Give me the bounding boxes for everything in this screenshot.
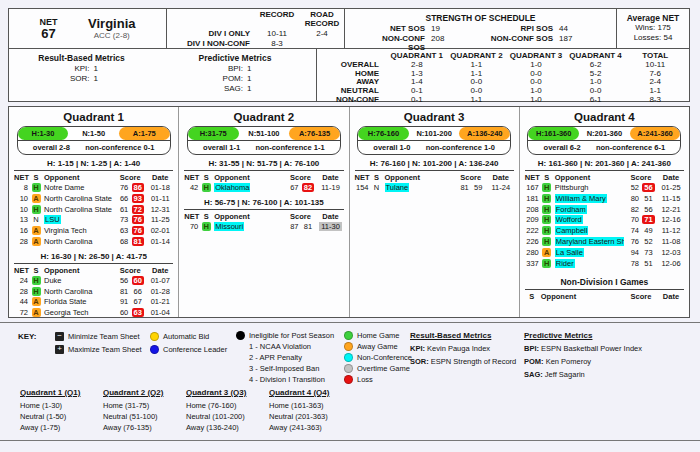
road-record-col-header: ROAD RECORD	[299, 10, 345, 28]
group-range-header: H: 76-160 | N: 101-200 | A: 136-240	[355, 159, 514, 168]
home-range-pill: H:1-30	[18, 127, 69, 140]
team-identity-cell: NET 67 Virginia ACC (2-8)	[9, 9, 167, 48]
opponent-col-header: Opponent	[212, 211, 283, 222]
opponent-col-header: Opponent	[553, 172, 624, 183]
site-badge: A	[32, 194, 41, 203]
game-table-header: NETSOpponentScoreDate	[14, 265, 173, 276]
conference-record: ACC (2-8)	[88, 31, 135, 41]
opponent-name[interactable]: Missouri	[214, 222, 244, 231]
opponent-name[interactable]: LSU	[44, 215, 61, 224]
opponent-name[interactable]: Notre Dame	[44, 183, 84, 192]
score-col-header: Score	[284, 211, 318, 222]
team-score: 81	[454, 183, 469, 194]
opponent-name[interactable]: Tulane	[385, 183, 410, 192]
group-range-header: H: 1-15 | N: 1-25 | A: 1-40	[14, 159, 173, 168]
opponent-name[interactable]: North Carolina State	[44, 194, 112, 203]
metric-name: Kevin Pauga Index	[425, 344, 490, 353]
date-col-header: Date	[658, 172, 684, 183]
opponent-score: 81	[304, 222, 312, 231]
game-row: 16AVirginia Tech637602-01	[14, 226, 173, 237]
opponent-name[interactable]: Pittsburgh	[555, 183, 589, 192]
game-date: 11-25	[151, 215, 170, 224]
metric-name: ESPN Strength of Record	[429, 357, 517, 366]
game-row: 222HCampbell744911-12	[525, 226, 684, 237]
site-badge: H	[542, 183, 551, 192]
metric-definition: SAG: Jeff Sagarin	[524, 369, 642, 382]
game-table: NETSOpponentScoreDate167HPittsburgh52560…	[525, 170, 684, 269]
score-col-header: Score	[624, 172, 658, 183]
opponent-net-rank: 10	[14, 205, 30, 216]
net-rank-value: 67	[40, 27, 58, 41]
net-sos-label: NET SOS	[365, 24, 431, 33]
team-score: 87	[284, 222, 299, 233]
opponent-net-rank: 8	[14, 183, 30, 194]
opponent-name[interactable]: La Salle	[555, 248, 584, 257]
quadrant-definition-title: Quadrant 2 (Q2)	[103, 388, 175, 397]
bpi-value: 1	[247, 64, 261, 74]
quadrant-title: Quadrant 3	[355, 111, 514, 123]
site-badge: H	[542, 205, 551, 214]
site-badge: H	[542, 226, 551, 235]
game-date: 12-06	[661, 259, 680, 268]
opponent-name[interactable]: Wofford	[555, 215, 583, 224]
result-metrics-title: Result-Based Metrics	[9, 53, 154, 64]
opponent-name[interactable]: Oklahoma	[214, 183, 250, 192]
key-text: Loss	[357, 375, 373, 384]
key-text: Overtime Game	[357, 364, 410, 373]
site-col-header: S	[30, 265, 42, 276]
quadrant-definition-line: Away (1-75)	[20, 422, 92, 433]
quadrant-definition-column: Quadrant 3 (Q3)Home (76-160)Neutral (101…	[186, 388, 258, 433]
ineligible-reason: 4 - Division I Transition	[236, 374, 334, 385]
net-label: NET	[40, 17, 58, 27]
ineligible-dot-icon	[236, 331, 245, 340]
opponent-name[interactable]: Campbell	[555, 226, 589, 235]
opponent-name[interactable]: Rider	[555, 259, 575, 268]
home-range-pill: H:161-360	[528, 127, 579, 140]
team-score: 68	[113, 237, 128, 248]
summary-row-label: NON-CONF	[317, 96, 387, 105]
group-range-header: H: 161-360 | N: 201-360 | A: 241-360	[525, 159, 684, 168]
opponent-name[interactable]: North Carolina	[44, 237, 92, 246]
div1-only-label: DIV I ONLY	[167, 29, 255, 38]
score-col-header: Score	[624, 291, 658, 302]
group-range-header: H: 16-30 | N: 26-50 | A: 41-75	[14, 252, 173, 261]
opponent-name[interactable]: Fordham	[555, 205, 587, 214]
opponent-name[interactable]: Maryland Eastern Shore	[555, 237, 624, 246]
non-conference-dot-icon	[344, 353, 353, 362]
site-badge: H	[542, 194, 551, 203]
team-score: 73	[113, 215, 128, 226]
game-date: 01-21	[151, 297, 170, 306]
opponent-name[interactable]: North Carolina State	[44, 205, 112, 214]
key-sheet-controls: −Minimize Team Sheet+Maximize Team Sheet	[55, 330, 142, 356]
game-table-header: NETSOpponentScoreDate	[184, 211, 343, 222]
game-row: 70HMissouri878111-30	[184, 222, 343, 233]
bpi-label: BPI:	[209, 64, 243, 74]
key-text: Conference Leader	[163, 345, 227, 354]
site-col-header: S	[30, 172, 42, 183]
opponent-name[interactable]: North Carolina	[44, 287, 92, 296]
opponent-net-rank: 44	[14, 297, 30, 308]
opponent-name[interactable]: Florida State	[44, 297, 87, 306]
opponent-name[interactable]: Duke	[44, 276, 62, 285]
metric-definition: SOR: ESPN Strength of Record	[410, 356, 516, 369]
key-section-title: Predictive Metrics	[524, 330, 642, 343]
opponent-name[interactable]: William & Mary	[555, 194, 607, 203]
quadrant-definition-line: Neutral (51-100)	[103, 411, 175, 422]
game-table-header: NETSOpponentScoreDate	[525, 172, 684, 183]
game-row: 28HNorth Carolina816601-28	[14, 287, 173, 298]
team-name: Virginia	[88, 17, 135, 31]
opponent-score: 51	[644, 194, 652, 203]
metric-definition: BPI: ESPN Basketball Power Index	[524, 343, 642, 356]
team-score: 74	[624, 226, 639, 237]
non-division-table-header: SOpponentScoreDate	[525, 291, 684, 302]
ineligible-reason: 2 - APR Penalty	[236, 352, 334, 363]
date-col-header: Date	[147, 172, 173, 183]
game-row: 44AFlorida State916701-21	[14, 297, 173, 308]
opponent-score: 51	[644, 259, 652, 268]
opponent-name[interactable]: Virginia Tech	[44, 226, 87, 235]
key-text: Maximize Team Sheet	[68, 345, 142, 354]
opponent-name[interactable]: Georgia Tech	[44, 308, 88, 317]
team-score: 66	[113, 194, 128, 205]
quadrant-summary-table: QUADRANT 1QUADRANT 2QUADRANT 3QUADRANT 4…	[317, 52, 685, 105]
metric-name: Jeff Sagarin	[543, 370, 585, 379]
